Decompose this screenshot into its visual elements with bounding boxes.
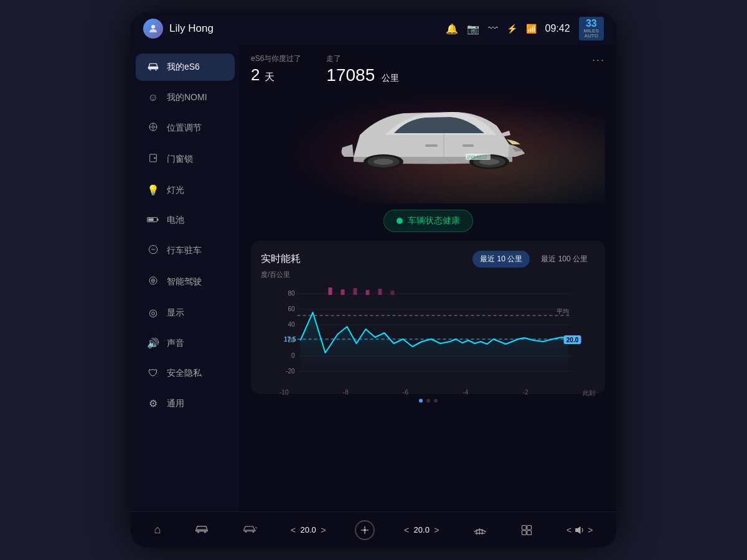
user-info: Lily Hong: [143, 19, 214, 39]
svg-point-5: [152, 126, 154, 128]
days-label: eS6与你度过了: [251, 54, 301, 64]
chart-x-labels: -10 -8 -6 -4 -2 此刻: [261, 386, 595, 398]
x-label-5: -2: [523, 389, 529, 398]
svg-point-64: [364, 528, 367, 531]
svg-rect-51: [391, 291, 395, 295]
autodrive-icon: [147, 276, 159, 288]
svg-text:沪DH0012: 沪DH0012: [467, 155, 487, 159]
network-icon: 📶: [526, 24, 537, 34]
svg-point-61: [252, 531, 254, 533]
svg-point-3: [155, 69, 157, 71]
volume-icon: [574, 525, 585, 536]
svg-point-19: [153, 280, 154, 281]
top-bar: Lily Hong 🔔 📷 〰 ⚡ 📶 09:42 33 MILESAUTO: [131, 12, 616, 45]
svg-point-2: [149, 69, 151, 71]
sidebar-item-general[interactable]: ⚙ 通用: [136, 390, 235, 417]
svg-text:80: 80: [288, 290, 295, 297]
svg-point-60: [245, 531, 247, 533]
temp-right-down-button[interactable]: <: [404, 525, 409, 535]
svg-rect-56: [195, 530, 208, 532]
x-label-6: 此刻: [583, 389, 595, 398]
svg-rect-29: [425, 144, 438, 147]
chart-title: 实时能耗: [261, 253, 301, 266]
car-image: 沪DH0012: [251, 79, 605, 203]
sidebar-item-battery[interactable]: 电池: [136, 207, 235, 233]
svg-rect-46: [329, 287, 332, 295]
sidebar-label-sound: 声音: [167, 338, 184, 349]
svg-rect-59: [243, 530, 256, 531]
security-icon: 🛡: [147, 368, 159, 379]
svg-rect-49: [366, 290, 370, 295]
defrost-button[interactable]: [468, 521, 492, 539]
svg-point-57: [197, 531, 199, 533]
temp-left-up-button[interactable]: >: [321, 525, 326, 535]
distance-label: 走了: [326, 54, 399, 64]
bluetooth-icon[interactable]: ⚡: [507, 24, 517, 34]
chart-container: 80 60 40 20 0 -20: [261, 284, 595, 384]
svg-line-63: [256, 528, 256, 529]
sidebar-item-security[interactable]: 🛡 安全隐私: [136, 360, 235, 386]
nomi-icon: ☺: [147, 92, 159, 103]
main-screen: Lily Hong 🔔 📷 〰 ⚡ 📶 09:42 33 MILESAUTO: [131, 12, 616, 548]
battery-icon: [147, 215, 159, 226]
sidebar-item-auto-drive[interactable]: 智能驾驶: [136, 268, 235, 296]
status-text: 车辆状态健康: [408, 215, 460, 226]
sidebar-item-position[interactable]: 位置调节: [136, 114, 235, 142]
sidebar-label-display: 显示: [167, 307, 184, 319]
svg-text:40: 40: [288, 321, 295, 328]
car-alt-icon: [243, 523, 256, 536]
tab-100km[interactable]: 最近 100 公里: [533, 251, 595, 268]
svg-rect-47: [341, 289, 345, 295]
sidebar-label-position: 位置调节: [167, 123, 202, 134]
svg-text:0: 0: [291, 352, 295, 359]
dot-1: [419, 399, 423, 403]
sidebar-label-parking: 行车驻车: [167, 245, 202, 256]
apps-button[interactable]: [516, 521, 537, 539]
car-area: 沪DH0012: [251, 79, 605, 203]
sidebar-item-parking[interactable]: 行车驻车: [136, 237, 235, 264]
sidebar-item-door-lock[interactable]: 门窗锁: [136, 146, 235, 173]
home-button[interactable]: ⌂: [149, 520, 166, 540]
x-label-1: -10: [280, 389, 288, 398]
dot-2: [426, 399, 430, 403]
car-button[interactable]: [190, 520, 214, 540]
status-section: 车辆状态健康: [251, 210, 605, 232]
temp-left-value: 20.0: [297, 525, 319, 534]
vol-up-button[interactable]: >: [588, 525, 593, 535]
display-icon: ◎: [147, 307, 159, 319]
car-alt-button[interactable]: [238, 520, 261, 540]
time: 09:42: [545, 23, 570, 34]
svg-point-11: [154, 157, 156, 159]
camera-icon[interactable]: 📷: [467, 23, 479, 35]
sidebar-item-display[interactable]: ◎ 显示: [136, 299, 235, 326]
svg-rect-1: [148, 67, 159, 70]
sidebar-item-lights[interactable]: 💡 灯光: [136, 177, 235, 203]
svg-point-0: [151, 25, 155, 29]
sidebar-item-my-es6[interactable]: 我的eS6: [136, 54, 235, 81]
vol-down-button[interactable]: <: [566, 525, 571, 535]
temp-right-up-button[interactable]: >: [434, 525, 439, 535]
svg-text:平均: 平均: [557, 308, 569, 315]
temp-left-down-button[interactable]: <: [291, 525, 296, 535]
avatar: [143, 19, 163, 39]
chart-tabs: 最近 10 公里 最近 100 公里: [472, 251, 595, 268]
temp-left-controls: < 20.0 >: [286, 521, 331, 539]
sidebar-item-my-nomi[interactable]: ☺ 我的NOMI: [136, 85, 235, 111]
svg-rect-14: [148, 218, 154, 221]
car-bottom-icon: [195, 523, 209, 536]
screen-content: Lily Hong 🔔 📷 〰 ⚡ 📶 09:42 33 MILESAUTO: [131, 12, 616, 548]
car-icon: [147, 61, 159, 73]
bell-icon[interactable]: 🔔: [446, 23, 458, 35]
sidebar-label-general: 通用: [167, 398, 184, 409]
speed-value: 33: [584, 19, 599, 29]
svg-point-58: [204, 531, 206, 533]
more-button[interactable]: ···: [592, 54, 605, 67]
status-badge[interactable]: 车辆状态健康: [383, 210, 473, 232]
svg-rect-69: [522, 525, 527, 530]
fan-button[interactable]: [355, 520, 375, 540]
tab-10km[interactable]: 最近 10 公里: [472, 251, 530, 268]
home-icon: ⌂: [154, 523, 161, 536]
username: Lily Hong: [169, 22, 214, 35]
bottom-bar: ⌂: [131, 511, 616, 548]
sidebar-item-sound[interactable]: 🔊 声音: [136, 330, 235, 357]
